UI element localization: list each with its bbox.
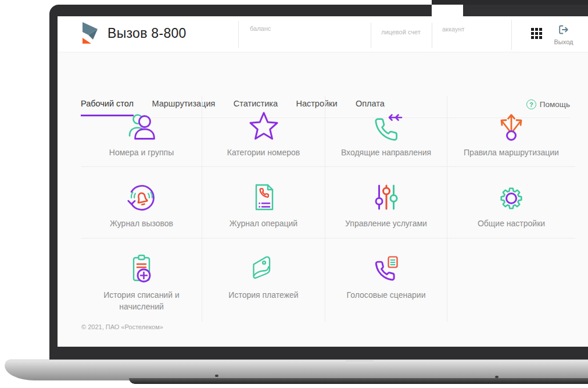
tile-voice-scenarios[interactable]: Голосовые сценарии <box>325 239 447 322</box>
tile-label: История списаний и начислений <box>81 289 202 313</box>
account-label: аккаунт <box>442 26 465 33</box>
tile-service-management[interactable]: Управление услугами <box>325 167 447 239</box>
tile-routing-rules[interactable]: Правила маршрутизации <box>447 96 575 167</box>
app-title: Вызов 8-800 <box>107 26 187 41</box>
laptop-screen: Вызов 8-800 баланс лицевой счет аккаунт <box>58 16 588 347</box>
tile-label: Журнал вызовов <box>102 218 181 229</box>
tile-label: История платежей <box>220 289 306 301</box>
tile-general-settings[interactable]: Общие настройки <box>447 167 575 239</box>
tile-label: Управление услугами <box>337 218 435 229</box>
header-divider <box>511 20 512 50</box>
header-divider <box>238 21 239 48</box>
dashboard-tile-grid: Номера и группы Категории номеров <box>81 96 575 322</box>
main-content: Рабочий стол Маршрутизация Статистика На… <box>58 52 588 347</box>
laptop-foot-dot <box>215 375 218 377</box>
laptop-bezel-right <box>463 5 588 16</box>
logout-button[interactable]: Выход <box>548 24 579 45</box>
apps-grid-icon[interactable] <box>531 28 543 40</box>
brand-logo[interactable]: Вызов 8-800 <box>81 22 187 45</box>
balance-label: баланс <box>250 25 271 32</box>
empty-grid-cell <box>447 239 575 322</box>
laptop-base-latch <box>346 360 374 364</box>
tile-incoming-directions[interactable]: Входящие направления <box>325 96 447 167</box>
charges-history-icon <box>126 252 158 285</box>
wallet-icon <box>248 252 280 285</box>
rostelecom-logo-icon <box>81 22 99 45</box>
header-divider <box>432 23 432 48</box>
call-log-icon <box>126 181 158 213</box>
tile-charges-history[interactable]: История списаний и начислений <box>81 239 202 322</box>
tile-label: Журнал операций <box>221 218 306 229</box>
routing-icon <box>495 110 528 143</box>
tile-label: Номера и группы <box>101 147 182 158</box>
header-divider <box>371 23 371 48</box>
tile-label: Входящие направления <box>333 147 439 158</box>
tile-number-categories[interactable]: Категории номеров <box>202 96 325 167</box>
laptop-bezel-notch <box>432 5 463 16</box>
tile-label: Правила маршрутизации <box>456 147 567 158</box>
tile-label: Голосовые сценарии <box>339 289 434 301</box>
logout-icon <box>558 24 569 35</box>
users-icon <box>126 110 158 143</box>
personal-account-label: лицевой счет <box>381 29 421 35</box>
logout-label: Выход <box>548 38 579 45</box>
tile-call-log[interactable]: Журнал вызовов <box>81 167 202 239</box>
copyright-text: © 2021, ПАО «Ростелеком» <box>81 323 163 330</box>
tile-label: Общие настройки <box>469 218 553 229</box>
star-icon <box>248 110 280 143</box>
gear-icon <box>495 181 528 213</box>
voice-scripts-icon <box>370 252 403 285</box>
tile-numbers-and-groups[interactable]: Номера и группы <box>81 96 202 167</box>
laptop-base <box>5 359 588 380</box>
app-header: Вызов 8-800 баланс лицевой счет аккаунт <box>58 16 588 52</box>
laptop-base-underside <box>129 378 588 384</box>
tile-label: Категории номеров <box>219 147 309 158</box>
laptop-foot-dot <box>495 376 499 378</box>
sliders-icon <box>370 181 403 213</box>
laptop-mockup: Вызов 8-800 баланс лицевой счет аккаунт <box>0 0 588 388</box>
incoming-call-icon <box>370 110 403 143</box>
tile-operations-log[interactable]: Журнал операций <box>202 167 325 239</box>
tile-payment-history[interactable]: История платежей <box>202 239 325 322</box>
operations-log-icon <box>248 181 280 213</box>
